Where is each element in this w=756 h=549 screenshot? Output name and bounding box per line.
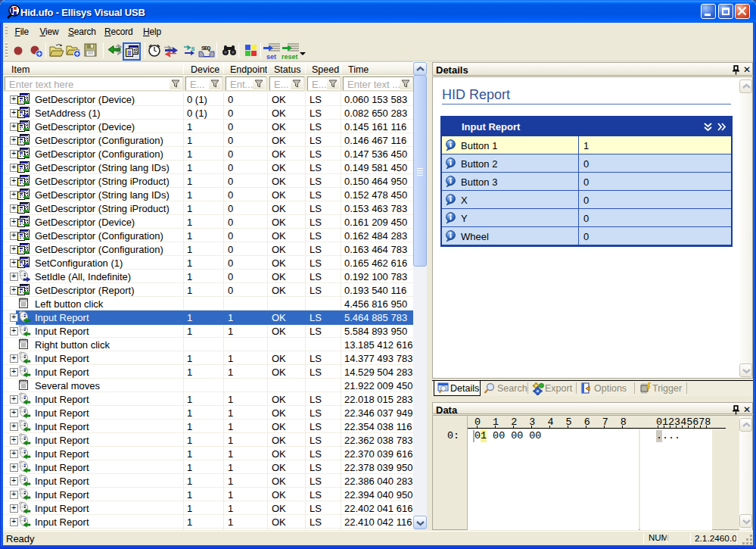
svg-text:s: s (191, 45, 195, 52)
svg-text:reset: reset (282, 53, 298, 61)
svg-text:set: set (266, 53, 276, 61)
svg-text:SEQ: SEQ (201, 45, 211, 51)
